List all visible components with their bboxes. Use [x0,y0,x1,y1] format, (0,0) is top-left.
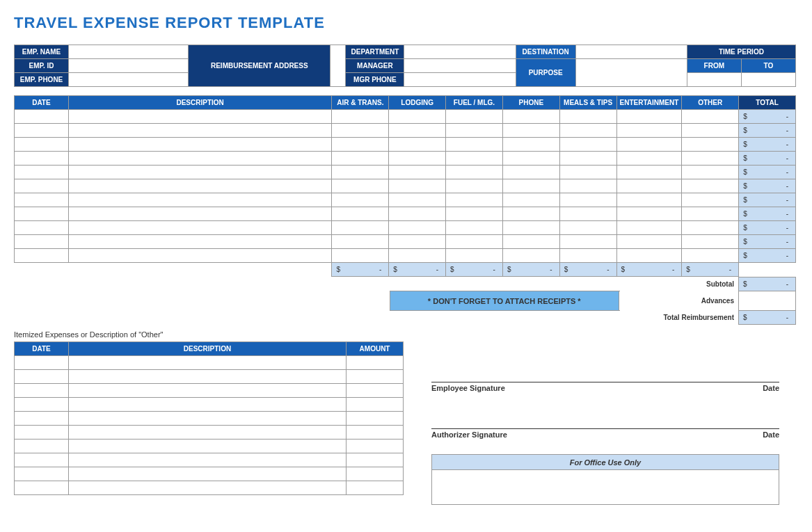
expense-cell[interactable] [68,235,332,249]
expense-cell[interactable] [389,166,446,179]
itemized-cell[interactable] [68,356,346,370]
expense-cell[interactable] [68,138,332,152]
expense-cell[interactable] [446,179,503,193]
expense-cell[interactable] [616,166,682,179]
itemized-cell[interactable] [68,453,346,467]
itemized-cell[interactable] [15,453,69,467]
itemized-cell[interactable] [347,370,404,384]
itemized-cell[interactable] [347,467,404,481]
expense-cell[interactable] [502,124,559,138]
expense-cell[interactable] [559,249,616,263]
expense-cell[interactable] [502,138,559,152]
expense-cell[interactable] [502,221,559,235]
itemized-cell[interactable] [68,467,346,481]
expense-cell[interactable] [446,138,503,152]
itemized-cell[interactable] [15,467,69,481]
input-from[interactable] [687,73,741,87]
expense-cell[interactable] [389,179,446,193]
expense-cell[interactable] [332,235,389,249]
expense-cell[interactable] [332,124,389,138]
expense-cell[interactable] [446,193,503,207]
expense-cell[interactable] [682,152,739,166]
expense-cell[interactable] [389,249,446,263]
itemized-cell[interactable] [15,370,69,384]
expense-cell[interactable] [15,193,69,207]
expense-cell[interactable] [68,193,332,207]
expense-cell[interactable] [15,152,69,166]
expense-cell[interactable] [616,110,682,124]
itemized-cell[interactable] [68,412,346,426]
itemized-cell[interactable] [15,426,69,440]
expense-cell[interactable] [616,249,682,263]
itemized-cell[interactable] [347,481,404,495]
expense-cell[interactable] [15,179,69,193]
expense-cell[interactable] [502,179,559,193]
expense-cell[interactable] [15,166,69,179]
expense-cell[interactable] [559,179,616,193]
input-to[interactable] [741,73,795,87]
expense-cell[interactable] [616,138,682,152]
expense-cell[interactable] [682,249,739,263]
expense-cell[interactable] [15,110,69,124]
expense-cell[interactable] [68,179,332,193]
expense-cell[interactable] [332,166,389,179]
expense-cell[interactable] [559,166,616,179]
expense-cell[interactable] [389,138,446,152]
itemized-cell[interactable] [68,481,346,495]
itemized-cell[interactable] [347,440,404,453]
expense-cell[interactable] [68,221,332,235]
input-mgr-phone[interactable] [404,73,516,87]
expense-cell[interactable] [616,193,682,207]
expense-cell[interactable] [559,138,616,152]
expense-cell[interactable] [68,207,332,221]
expense-cell[interactable] [389,110,446,124]
input-manager[interactable] [404,59,516,73]
expense-cell[interactable] [502,193,559,207]
expense-cell[interactable] [15,221,69,235]
itemized-cell[interactable] [347,453,404,467]
expense-cell[interactable] [15,207,69,221]
expense-cell[interactable] [446,249,503,263]
expense-cell[interactable] [332,249,389,263]
expense-cell[interactable] [616,152,682,166]
expense-cell[interactable] [332,193,389,207]
expense-cell[interactable] [15,138,69,152]
expense-cell[interactable] [332,221,389,235]
expense-cell[interactable] [502,152,559,166]
expense-cell[interactable] [559,221,616,235]
expense-cell[interactable] [389,193,446,207]
expense-cell[interactable] [682,179,739,193]
itemized-cell[interactable] [15,356,69,370]
expense-cell[interactable] [15,249,69,263]
expense-cell[interactable] [15,124,69,138]
itemized-cell[interactable] [347,356,404,370]
itemized-cell[interactable] [68,440,346,453]
input-emp-name[interactable] [69,45,189,59]
expense-cell[interactable] [682,193,739,207]
expense-cell[interactable] [682,235,739,249]
input-advances[interactable] [739,291,796,311]
itemized-cell[interactable] [68,370,346,384]
expense-cell[interactable] [389,221,446,235]
expense-cell[interactable] [682,124,739,138]
expense-cell[interactable] [332,152,389,166]
itemized-cell[interactable] [347,398,404,412]
expense-cell[interactable] [68,124,332,138]
input-purpose[interactable] [575,59,687,87]
itemized-cell[interactable] [15,384,69,398]
itemized-cell[interactable] [15,412,69,426]
expense-cell[interactable] [68,249,332,263]
expense-cell[interactable] [446,207,503,221]
expense-cell[interactable] [682,221,739,235]
expense-cell[interactable] [446,124,503,138]
expense-cell[interactable] [502,166,559,179]
expense-cell[interactable] [502,110,559,124]
expense-cell[interactable] [332,138,389,152]
office-use-body[interactable] [432,470,779,505]
expense-cell[interactable] [389,235,446,249]
input-emp-phone[interactable] [69,73,189,87]
expense-cell[interactable] [446,110,503,124]
expense-cell[interactable] [616,124,682,138]
expense-cell[interactable] [446,152,503,166]
expense-cell[interactable] [616,207,682,221]
